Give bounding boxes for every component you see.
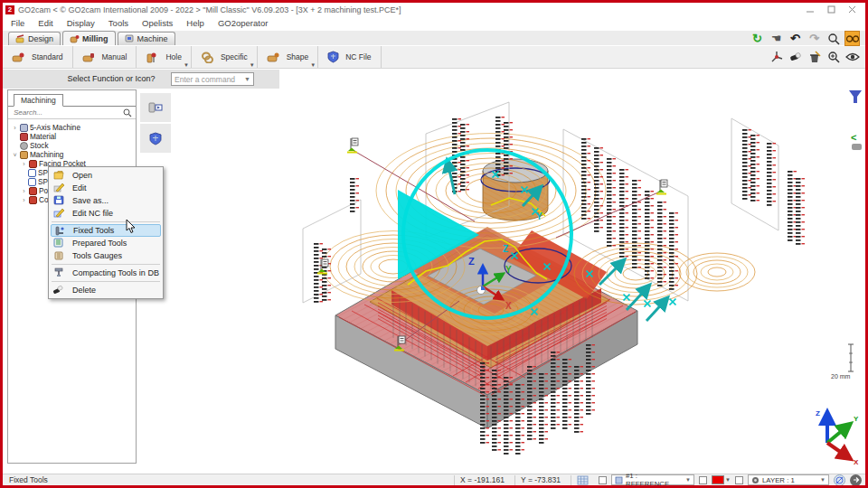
svg-text:Z: Z (503, 244, 508, 254)
rotate-view-icon[interactable]: ↻ (750, 31, 765, 46)
search-box[interactable] (8, 107, 136, 119)
tab-machine[interactable]: Machine (118, 32, 175, 45)
menu-item-compacting-tools[interactable]: Compacting Tools in DB (51, 267, 161, 279)
shape-dropdown-icon[interactable]: ▼ (310, 62, 316, 68)
eye-icon[interactable] (844, 49, 860, 64)
pointer-hand-icon[interactable]: ☚ (769, 31, 784, 46)
nc-panel-button[interactable] (140, 124, 171, 153)
menu-display[interactable]: Display (67, 18, 95, 28)
context-menu: Open Edit Save as... Edit NC file Fixed … (48, 166, 164, 299)
menu-bar: File Edit Display Tools Opelists Help GO… (3, 16, 865, 29)
command-bar: Select Function or Icon? Enter a command… (3, 70, 279, 89)
layer-dropdown[interactable]: LAYER : 1 ▼ (748, 474, 829, 485)
machine-axes-icon[interactable] (769, 49, 784, 64)
standard-button[interactable]: Standard (3, 46, 73, 68)
specific-dropdown-icon[interactable]: ▼ (250, 62, 255, 68)
viewport-3d-scene[interactable]: Z Y X Z Y 20 mm Z Y X (138, 84, 866, 473)
filter-icon[interactable] (849, 90, 862, 103)
menu-opelists[interactable]: Opelists (142, 18, 173, 28)
eraser-icon[interactable] (788, 49, 803, 64)
operation-icon (29, 160, 37, 168)
menu-item-open[interactable]: Open (51, 169, 161, 182)
expand-arrow-icon[interactable]: › (21, 161, 27, 167)
color-checkbox[interactable] (699, 476, 707, 484)
hole-button[interactable]: Hole ▼ (137, 46, 191, 68)
tree-label: 5-Axis Machine (30, 124, 80, 132)
reference-checkbox[interactable] (599, 476, 607, 484)
tree-item-machining[interactable]: ˅ Machining (8, 150, 136, 159)
menu-item-prepared-tools[interactable]: Prepared Tools (51, 237, 161, 249)
collapse-chevron-icon[interactable]: < (851, 132, 862, 150)
shape-button[interactable]: Shape ▼ (258, 46, 319, 68)
grid-icon (577, 475, 589, 485)
menu-item-label: Edit (72, 183, 87, 192)
nc-file-label: NC File (345, 52, 371, 61)
menu-help[interactable]: Help (186, 18, 204, 28)
operation-icon (29, 196, 37, 204)
tree-item-5axis-machine[interactable]: › 5-Axis Machine (8, 123, 136, 132)
tab-design[interactable]: Design (8, 32, 61, 45)
menu-item-label: Compacting Tools in DB (72, 268, 159, 277)
go2cam-logo-icon: 2 (5, 5, 14, 14)
standard-label: Standard (32, 52, 63, 61)
expand-arrow-icon[interactable]: › (21, 197, 27, 203)
close-button[interactable] (848, 5, 856, 14)
menu-item-save-as[interactable]: Save as... (51, 194, 161, 207)
menu-edit[interactable]: Edit (38, 18, 52, 28)
color-swatch[interactable] (712, 475, 724, 484)
menu-item-edit-nc-file[interactable]: Edit NC file (51, 207, 161, 220)
tab-milling[interactable]: Milling (62, 31, 116, 45)
specific-button[interactable]: Specific ▼ (192, 46, 258, 68)
view-orbit-button[interactable] (834, 474, 845, 486)
collapse-arrow-icon[interactable]: ˅ (12, 152, 18, 158)
machine-tab-icon (125, 34, 135, 43)
drill-icon (28, 169, 36, 177)
menu-tools[interactable]: Tools (108, 18, 128, 28)
grid-toggle[interactable] (571, 475, 594, 485)
menu-item-fixed-tools[interactable]: Fixed Tools (51, 224, 161, 237)
delete-draw-icon[interactable] (807, 49, 822, 64)
menu-item-label: Delete (72, 286, 96, 295)
minimize-button[interactable] (807, 5, 815, 14)
glasses-icon[interactable] (844, 31, 860, 46)
compacting-icon (53, 267, 64, 279)
color-dropdown-icon[interactable]: ▼ (725, 477, 731, 483)
design-tab-icon (15, 34, 25, 43)
menu-item-tools-gauges[interactable]: Tools Gauges (51, 249, 161, 262)
simulation-panel-button[interactable] (140, 93, 171, 122)
menu-item-delete[interactable]: Delete (51, 284, 161, 296)
sidebar-tab-machining[interactable]: Machining (14, 94, 63, 107)
menu-item-label: Save as... (72, 196, 108, 205)
nc-file-button[interactable]: NC File (318, 46, 381, 68)
zoom-icon[interactable] (826, 31, 841, 46)
operation-icon (29, 187, 37, 195)
tree-item-material[interactable]: Material (8, 132, 136, 141)
tree-item-stock[interactable]: Stock (8, 141, 136, 150)
help-button[interactable] (850, 474, 862, 486)
undo-icon[interactable]: ↶ (788, 31, 803, 46)
reference-dropdown[interactable]: #1 : REFERENCE ▼ (611, 474, 694, 485)
status-message: Fixed Tools (3, 475, 48, 484)
menu-file[interactable]: File (11, 18, 24, 28)
expand-arrow-icon[interactable]: › (21, 188, 27, 194)
milling-tab-icon (70, 34, 80, 43)
layer-checkbox[interactable] (735, 476, 743, 484)
hole-dropdown-icon[interactable]: ▼ (184, 62, 189, 68)
nc-file-icon (327, 51, 339, 63)
title-bar: 2 GO2cam < © GO2cam International 2009 -… (3, 3, 865, 16)
redo-icon[interactable]: ↷ (807, 31, 822, 46)
svg-text:<: < (851, 132, 856, 143)
scale-bar: 20 mm (831, 344, 854, 380)
zoom-target-icon[interactable] (826, 49, 841, 64)
manual-button[interactable]: Manual (73, 46, 137, 68)
menu-item-label: Fixed Tools (73, 226, 114, 235)
search-icon (123, 108, 132, 117)
maximize-button[interactable] (827, 5, 835, 14)
search-input[interactable] (12, 108, 123, 117)
menu-go2operator[interactable]: GO2operator (218, 18, 268, 28)
command-combobox[interactable]: Enter a command ▼ (171, 72, 254, 86)
expand-arrow-icon[interactable]: › (12, 125, 18, 131)
menu-separator (52, 264, 160, 265)
menu-item-edit[interactable]: Edit (51, 182, 161, 194)
edit-nc-icon (53, 208, 64, 220)
